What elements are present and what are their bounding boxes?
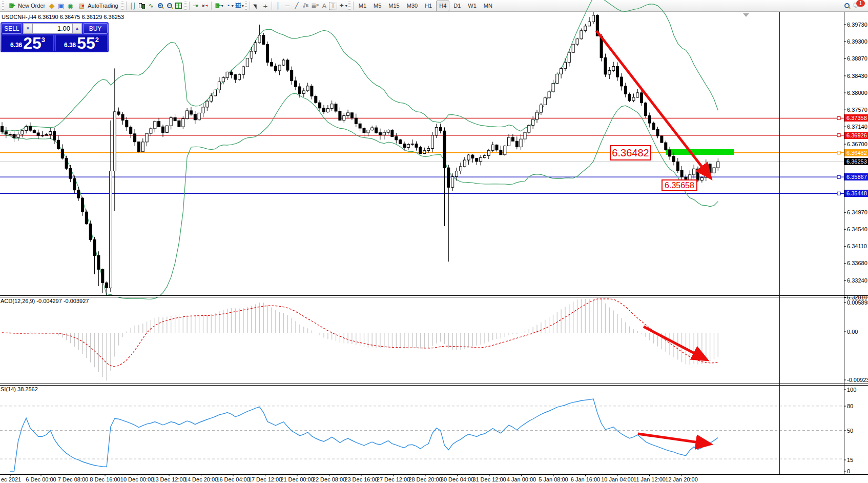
time-axis-label: 13 Dec 12:00 <box>152 476 185 482</box>
time-axis-label: 21 Dec 00:00 <box>280 476 314 482</box>
chart-canvas[interactable] <box>0 0 868 483</box>
price-tag-6.36926: 6.36926 <box>844 132 868 139</box>
price-tag-6.35448: 6.35448 <box>844 190 868 197</box>
time-axis-label: 23 Dec 16:00 <box>344 476 378 482</box>
macd-axis-label: 0.00 <box>847 329 858 335</box>
buy-price-big: 55 <box>77 35 95 51</box>
rsi-axis-label: 15 <box>847 457 853 463</box>
price-axis-tick: 6.34110 <box>847 243 867 249</box>
time-axis-label: 17 Dec 12:00 <box>249 476 282 482</box>
rsi-indicator-label: SI(14) 38.2562 <box>1 386 38 392</box>
time-axis-label: 28 Dec 20:00 <box>408 476 442 482</box>
price-axis-tick: 6.38000 <box>847 90 867 96</box>
rsi-axis-label: 80 <box>847 403 853 409</box>
vertical-line-object[interactable] <box>779 12 780 474</box>
time-axis-label: 14 Dec 20:00 <box>184 476 218 482</box>
rsi-axis-label: 0 <box>847 468 850 474</box>
macd-indicator-label: ACD(12,26,9) -0.004297 -0.003927 <box>1 298 89 304</box>
time-axis-label: 12 Jan 20:00 <box>665 476 698 482</box>
time-axis-label: 10 Dec 00:00 <box>120 476 154 482</box>
mt4-window: { "toolbar": { "new_order_label": "New O… <box>0 0 868 483</box>
price-axis-tick: 6.37140 <box>847 124 867 130</box>
time-axis-label: 6 Jan 16:00 <box>571 476 601 482</box>
price-axis-tick: 6.33240 <box>847 277 867 284</box>
price-axis-tick: 6.39730 <box>847 22 867 28</box>
time-axis-label: 4 Jan 00:00 <box>507 476 536 482</box>
time-axis-label: 8 Dec 16:00 <box>90 476 120 482</box>
time-axis-label: 5 Jan 08:00 <box>539 476 568 482</box>
time-axis-label: 10 Jan 04:00 <box>601 476 634 482</box>
time-axis-label: 16 Dec 04:00 <box>216 476 250 482</box>
price-axis-tick: 6.33680 <box>847 260 867 266</box>
time-axis-label: 11 Jan 12:00 <box>633 476 666 482</box>
sell-price-sup: 3 <box>42 36 45 44</box>
price-tag-6.36253: 6.36253 <box>844 158 868 165</box>
sell-price-big: 25 <box>23 35 42 51</box>
sell-price-small: 6.36 <box>10 42 22 49</box>
volume-stepper: ▼ ▲ <box>23 23 82 34</box>
sell-button[interactable]: SELL <box>2 23 22 34</box>
macd-axis-label: -0.009232 <box>847 377 868 383</box>
rsi-axis-label: 100 <box>847 387 856 393</box>
time-axis-label: 6 Dec 00:00 <box>26 476 56 482</box>
one-click-trading-panel: SELL ▼ ▲ BUY 6.36 25 3 6.36 55 2 <box>1 22 109 52</box>
price-tag-6.37358: 6.37358 <box>844 114 868 122</box>
price-axis-tick: 6.39300 <box>847 38 867 45</box>
price-tag-6.36482: 6.36482 <box>844 149 868 156</box>
time-axis-label: ec 2021 <box>1 476 21 482</box>
volume-decrease-button[interactable]: ▼ <box>23 23 33 34</box>
rsi-axis-label: 50 <box>847 428 853 434</box>
price-axis-tick: 6.34540 <box>847 226 867 232</box>
macd-panel-separator[interactable] <box>0 295 868 297</box>
price-axis-tick: 6.36700 <box>847 141 867 147</box>
time-axis-label: 31 Dec 12:00 <box>472 476 506 482</box>
price-level-annotation-box[interactable]: 6.36482 <box>610 145 651 160</box>
price-axis-line <box>844 12 844 474</box>
buy-price-tile[interactable]: 6.36 55 2 <box>55 35 108 51</box>
chart-symbol-title: USDCNH-,H4 6.36190 6.36475 6.36129 6.362… <box>2 14 124 20</box>
price-level-annotation-text: 6.36482 <box>612 147 649 159</box>
time-axis-separator <box>0 474 868 475</box>
price-axis-tick: 6.34970 <box>847 209 867 215</box>
price-axis-tick: 6.38870 <box>847 55 867 62</box>
rsi-panel-separator[interactable] <box>0 384 868 386</box>
buy-button[interactable]: BUY <box>83 23 108 34</box>
time-axis-label: 30 Dec 04:00 <box>441 476 474 482</box>
volume-increase-button[interactable]: ▲ <box>72 23 82 34</box>
price-tag-6.35867: 6.35867 <box>844 173 868 180</box>
time-axis-label: 22 Dec 08:00 <box>313 476 346 482</box>
swing-low-annotation-text: 6.35658 <box>665 181 694 190</box>
swing-low-annotation-box[interactable]: 6.35658 <box>662 179 697 191</box>
price-axis-tick: 6.38430 <box>847 73 867 79</box>
time-axis-label: 27 Dec 12:00 <box>377 476 410 482</box>
buy-price-small: 6.36 <box>64 42 76 49</box>
volume-input[interactable] <box>33 23 72 34</box>
macd-axis-label: 0.005898 <box>847 299 868 306</box>
time-axis-label: 7 Dec 08:00 <box>58 476 88 482</box>
buy-price-sup: 2 <box>95 36 99 44</box>
sell-price-tile[interactable]: 6.36 25 3 <box>2 35 54 51</box>
price-axis-tick: 6.37570 <box>847 107 867 113</box>
